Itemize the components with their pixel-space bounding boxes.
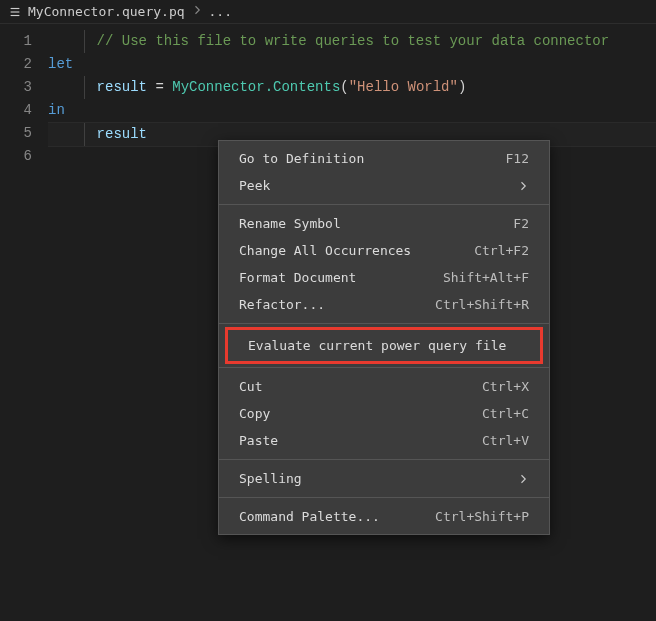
menu-item-label: Go to Definition: [239, 151, 364, 166]
line-number: 1: [0, 30, 48, 53]
code-token: =: [147, 79, 172, 95]
menu-item-shortcut: Shift+Alt+F: [443, 270, 529, 285]
context-menu[interactable]: Go to DefinitionF12PeekRename SymbolF2Ch…: [218, 140, 550, 535]
menu-item[interactable]: PasteCtrl+V: [219, 427, 549, 454]
menu-item[interactable]: Peek: [219, 172, 549, 199]
menu-item-label: Spelling: [239, 471, 302, 486]
code-line[interactable]: result = MyConnector.Contents("Hello Wor…: [48, 76, 656, 99]
code-token: let: [48, 56, 73, 72]
menu-item[interactable]: Spelling: [219, 465, 549, 492]
menu-item[interactable]: Change All OccurrencesCtrl+F2: [219, 237, 549, 264]
menu-separator: [219, 459, 549, 460]
menu-item-label: Command Palette...: [239, 509, 380, 524]
menu-item-label: Format Document: [239, 270, 356, 285]
code-token: MyConnector.Contents: [172, 79, 340, 95]
menu-item-shortcut: Ctrl+V: [482, 433, 529, 448]
menu-separator: [219, 323, 549, 324]
line-number: 5: [0, 122, 48, 145]
file-icon: [8, 5, 22, 19]
menu-highlight-box: Evaluate current power query file: [225, 327, 543, 364]
code-line[interactable]: // Use this file to write queries to tes…: [48, 30, 656, 53]
menu-item-label: Rename Symbol: [239, 216, 341, 231]
chevron-right-icon: [517, 180, 529, 192]
indent-guide: result = MyConnector.Contents("Hello Wor…: [84, 76, 467, 99]
code-token: in: [48, 102, 65, 118]
menu-item[interactable]: CopyCtrl+C: [219, 400, 549, 427]
menu-item[interactable]: Go to DefinitionF12: [219, 145, 549, 172]
menu-separator: [219, 204, 549, 205]
chevron-right-icon: [191, 4, 203, 19]
breadcrumb-filename[interactable]: MyConnector.query.pq: [28, 4, 185, 19]
code-line[interactable]: let: [48, 53, 656, 76]
line-number: 3: [0, 76, 48, 99]
code-token: ): [458, 79, 466, 95]
menu-item-shortcut: F12: [506, 151, 529, 166]
menu-item-shortcut: Ctrl+F2: [474, 243, 529, 258]
code-line[interactable]: in: [48, 99, 656, 122]
breadcrumb-more[interactable]: ...: [209, 4, 232, 19]
menu-item-shortcut: Ctrl+Shift+P: [435, 509, 529, 524]
line-number: 6: [0, 145, 48, 168]
menu-item[interactable]: CutCtrl+X: [219, 373, 549, 400]
code-token: result: [97, 79, 147, 95]
menu-item-shortcut: F2: [513, 216, 529, 231]
indent-guide: result: [84, 123, 147, 146]
line-number: 2: [0, 53, 48, 76]
code-token: // Use this file to write queries to tes…: [97, 33, 609, 49]
menu-item-shortcut: Ctrl+X: [482, 379, 529, 394]
code-token: result: [97, 126, 147, 142]
menu-item-label: Cut: [239, 379, 262, 394]
code-token: "Hello World": [349, 79, 458, 95]
menu-item-label: Paste: [239, 433, 278, 448]
menu-item-label: Refactor...: [239, 297, 325, 312]
menu-item-label: Peek: [239, 178, 270, 193]
menu-item[interactable]: Evaluate current power query file: [228, 332, 540, 359]
breadcrumb: MyConnector.query.pq ...: [0, 0, 656, 24]
code-token: (: [340, 79, 348, 95]
menu-item[interactable]: Refactor...Ctrl+Shift+R: [219, 291, 549, 318]
chevron-right-icon: [517, 473, 529, 485]
menu-item-shortcut: Ctrl+Shift+R: [435, 297, 529, 312]
line-number: 4: [0, 99, 48, 122]
menu-item[interactable]: Format DocumentShift+Alt+F: [219, 264, 549, 291]
menu-item-label: Evaluate current power query file: [248, 338, 506, 353]
line-number-gutter: 123456: [0, 30, 48, 168]
indent-guide: // Use this file to write queries to tes…: [84, 30, 609, 53]
menu-item-label: Change All Occurrences: [239, 243, 411, 258]
menu-item-shortcut: Ctrl+C: [482, 406, 529, 421]
menu-separator: [219, 497, 549, 498]
menu-item[interactable]: Command Palette...Ctrl+Shift+P: [219, 503, 549, 530]
menu-separator: [219, 367, 549, 368]
menu-item-label: Copy: [239, 406, 270, 421]
menu-item[interactable]: Rename SymbolF2: [219, 210, 549, 237]
